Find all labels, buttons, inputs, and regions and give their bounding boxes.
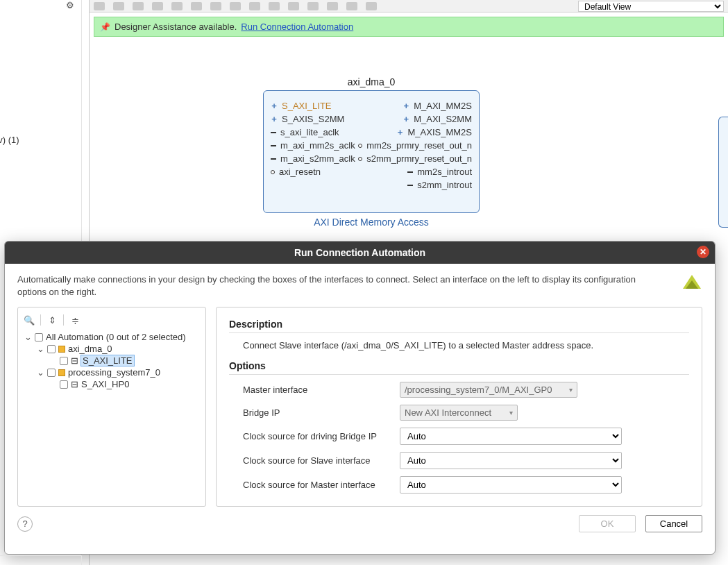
clock-master-select[interactable]: Auto <box>400 476 622 494</box>
port-s-axi-lite-aclk[interactable]: s_axi_lite_aclk <box>271 127 355 137</box>
ok-button[interactable]: OK <box>579 515 636 532</box>
make-external-icon[interactable] <box>269 2 280 10</box>
close-icon[interactable]: ✕ <box>697 246 709 258</box>
checkbox[interactable] <box>47 369 56 377</box>
align-left-icon[interactable] <box>210 2 221 10</box>
port-m-axi-s2mm-aclk[interactable]: m_axi_s2mm_aclk <box>271 153 355 164</box>
port-mm2s-introut[interactable]: mm2s_introut <box>407 167 472 177</box>
bridge-ip-label: Bridge IP <box>243 407 394 418</box>
port-s2mm-introut[interactable]: s2mm_introut <box>407 180 472 190</box>
pin-icon[interactable] <box>327 2 338 10</box>
view-select[interactable]: Default View <box>578 1 724 12</box>
port-m-axi-mm2s[interactable]: M_AXI_MM2S+ <box>403 101 472 111</box>
tree-leaf-s-axi-hp0[interactable]: ⊟ S_AXI_HP0 <box>24 378 200 390</box>
collapse-icon[interactable] <box>171 2 183 10</box>
port-s-axis-s2mm[interactable]: +S_AXIS_S2MM <box>271 114 355 124</box>
assist-text: Designer Assistance available. <box>115 22 237 32</box>
cancel-button[interactable]: Cancel <box>645 515 702 532</box>
zoom-fit-icon[interactable] <box>133 2 144 10</box>
tree-label: S_AXI_LITE <box>81 355 134 366</box>
clock-bridge-select[interactable]: Auto <box>400 428 622 445</box>
clock-bridge-label: Clock source for driving Bridge IP <box>243 431 394 441</box>
ip-icon <box>58 346 65 353</box>
checkbox[interactable] <box>47 345 56 353</box>
collapse-all-icon[interactable]: ⇕ <box>46 315 58 326</box>
validate-icon[interactable] <box>307 2 319 10</box>
run-connection-automation-dialog: Run Connection Automation ✕ Automaticall… <box>4 241 716 555</box>
gear-icon[interactable]: ⚙ <box>66 0 74 10</box>
tree-root-label: All Automation (0 out of 2 selected) <box>46 332 186 342</box>
pin-icon: 📌 <box>100 22 110 32</box>
canvas-toolbar: Default View <box>90 0 728 12</box>
port-axi-resetn[interactable]: axi_resetn <box>271 167 355 177</box>
designer-assistance-bar: 📌 Designer Assistance available. Run Con… <box>94 17 724 37</box>
automation-detail-panel: Description Connect Slave interface (/ax… <box>216 307 702 507</box>
port-m-axi-s2mm[interactable]: M_AXI_S2MM+ <box>403 114 472 124</box>
port-s2mm-prmry-reset-out-n[interactable]: s2mm_prmry_reset_out_n <box>358 153 472 164</box>
bottom-divider <box>0 555 82 565</box>
help-icon[interactable]: ? <box>17 516 33 532</box>
port-m-axi-mm2s-aclk[interactable]: m_axi_mm2s_aclk <box>271 140 355 151</box>
port-mm2s-prmry-reset-out-n[interactable]: mm2s_prmry_reset_out_n <box>358 140 472 151</box>
twisty-icon[interactable]: ⌄ <box>36 344 44 354</box>
dialog-titlebar: Run Connection Automation ✕ <box>5 242 715 264</box>
customize-icon[interactable] <box>288 2 299 10</box>
source-file-label[interactable]: r.v) (1) <box>0 135 19 145</box>
bridge-ip-select[interactable]: New AXI Interconnect▾ <box>400 405 518 421</box>
partial-ip-block[interactable] <box>718 117 728 228</box>
master-interface-select[interactable]: /processing_system7_0/M_AXI_GP0▾ <box>400 382 577 398</box>
description-text: Connect Slave interface (/axi_dma_0/S_AX… <box>229 340 689 351</box>
checkbox[interactable] <box>60 357 68 365</box>
search-icon[interactable] <box>191 2 202 10</box>
tree-root[interactable]: ⌄ All Automation (0 out of 2 selected) <box>24 331 200 343</box>
block-type-label: AXI Direct Memory Access <box>264 217 479 228</box>
tree-label: axi_dma_0 <box>68 344 112 354</box>
clock-slave-select[interactable]: Auto <box>400 452 622 469</box>
tree-node-ps7[interactable]: ⌄ processing_system7_0 <box>24 366 200 378</box>
vivado-brand-icon <box>682 273 702 294</box>
checkbox[interactable] <box>35 333 43 341</box>
add-ip-icon[interactable] <box>249 2 260 10</box>
master-interface-label: Master interface <box>243 385 394 395</box>
clock-master-label: Clock source for Master interface <box>243 480 394 490</box>
port-m-axis-mm2s[interactable]: M_AXIS_MM2S+ <box>397 127 472 137</box>
ip-block-axi-dma[interactable]: axi_dma_0 +S_AXI_LITE+S_AXIS_S2MMs_axi_l… <box>263 76 480 213</box>
interface-icon: ⊟ <box>71 379 78 389</box>
run-connection-automation-link[interactable]: Run Connection Automation <box>241 22 353 32</box>
ip-icon <box>58 369 65 376</box>
regenerate-icon[interactable] <box>346 2 357 10</box>
zoom-out-icon[interactable] <box>113 2 124 10</box>
zoom-in-icon[interactable] <box>94 2 105 10</box>
twisty-icon[interactable]: ⌄ <box>24 332 32 342</box>
automation-tree-panel: 🔍 ⇕ ≑ ⌄ All Automation (0 out of 2 selec… <box>17 307 206 507</box>
dialog-intro: Automatically make connections in your d… <box>17 273 642 303</box>
dialog-title: Run Connection Automation <box>294 247 425 258</box>
save-icon[interactable] <box>366 2 377 10</box>
tree-search-icon[interactable]: 🔍 <box>24 315 35 326</box>
description-heading: Description <box>229 319 689 330</box>
tree-label: S_AXI_HP0 <box>81 379 129 389</box>
expand-all-icon[interactable]: ≑ <box>69 315 81 326</box>
twisty-icon[interactable]: ⌄ <box>36 367 44 378</box>
block-instance-name: axi_dma_0 <box>263 76 480 87</box>
interface-icon: ⊟ <box>71 355 78 366</box>
clock-slave-label: Clock source for Slave interface <box>243 455 394 466</box>
tree-label: processing_system7_0 <box>68 367 160 378</box>
port-s-axi-lite[interactable]: +S_AXI_LITE <box>271 101 355 111</box>
expand-icon[interactable] <box>152 2 163 10</box>
align-right-icon[interactable] <box>230 2 241 10</box>
tree-node-axi-dma[interactable]: ⌄ axi_dma_0 <box>24 343 200 355</box>
options-heading: Options <box>229 360 689 371</box>
checkbox[interactable] <box>60 380 68 389</box>
tree-leaf-s-axi-lite[interactable]: ⊟ S_AXI_LITE <box>24 355 200 366</box>
